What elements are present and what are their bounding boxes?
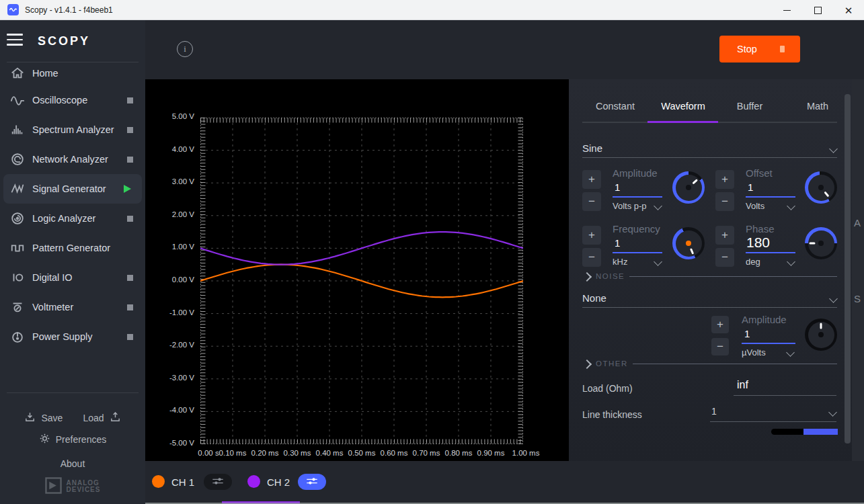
amplitude-decrement-button[interactable]: − — [582, 192, 601, 211]
other-expand-icon[interactable] — [582, 360, 592, 369]
amplitude-value[interactable]: 1 — [615, 181, 620, 193]
x-axis-tick-label: 0.70 ms — [413, 449, 440, 457]
wave-type-dropdown[interactable]: Sine — [582, 142, 602, 154]
y-axis-tick-label: 4.00 V — [145, 145, 194, 153]
y-axis-tick-label: 0.00 V — [145, 276, 194, 284]
offset-knob[interactable] — [805, 171, 837, 204]
sidebar-item-logic-analyzer[interactable]: Logic Analyzer — [0, 204, 145, 233]
noise-amplitude-value[interactable]: 1 — [744, 328, 750, 339]
sidebar: SCOPY HomeOscilloscopeSpectrum AnalyzerN… — [0, 20, 145, 504]
phase-value[interactable]: 180 — [746, 235, 770, 251]
frequency-increment-button[interactable]: + — [582, 226, 601, 245]
frequency-knob[interactable] — [672, 227, 705, 259]
vertical-scrollbar[interactable] — [845, 94, 851, 444]
ch2-settings-button[interactable] — [298, 474, 326, 490]
logic-analyzer-icon — [9, 210, 26, 226]
offset-increment-button[interactable]: + — [715, 170, 734, 189]
amplitude-unit-dropdown[interactable]: Volts p-p — [613, 201, 647, 211]
close-button[interactable]: ✕ — [833, 0, 864, 20]
chevron-down-icon[interactable] — [786, 348, 795, 357]
section-line — [633, 364, 837, 364]
noise-type-dropdown[interactable]: None — [582, 292, 606, 304]
amplitude-increment-button[interactable]: + — [582, 170, 601, 189]
phase-increment-button[interactable]: + — [715, 226, 734, 245]
x-axis-tick-label: 0.60 ms — [381, 449, 408, 457]
noise-amplitude-value-underline — [742, 343, 795, 344]
offset-decrement-button[interactable]: − — [715, 192, 734, 211]
run-led-icon — [780, 46, 785, 52]
load-underline — [734, 395, 836, 396]
scopy-window: Scopy - v1.4.1 - f4beeb1 ✕ SCOPY HomeOsc… — [0, 0, 864, 504]
chevron-down-icon[interactable] — [787, 202, 795, 210]
save-button[interactable]: Save — [24, 411, 63, 425]
pattern-generator-icon — [9, 240, 26, 256]
frequency-unit-dropdown[interactable]: kHz — [613, 257, 627, 267]
load-icon — [110, 411, 121, 425]
noise-amplitude-knob[interactable] — [805, 319, 837, 351]
sidebar-item-signal-generator[interactable]: Signal Generator — [3, 174, 142, 204]
y-axis-tick-label: -1.00 V — [145, 308, 194, 317]
chevron-down-icon[interactable] — [654, 257, 662, 266]
load-button[interactable]: Load — [83, 411, 120, 425]
sidebar-item-home[interactable]: Home — [0, 61, 145, 85]
noise-amplitude-unit-dropdown[interactable]: µVolts — [742, 347, 766, 358]
phase-knob[interactable] — [805, 227, 837, 259]
sidebar-item-pattern-generator[interactable]: Pattern Generator — [0, 233, 145, 263]
line-thickness-label: Line thickness — [582, 409, 642, 420]
tab-math[interactable]: Math — [807, 101, 828, 112]
preferences-button[interactable]: Preferences — [0, 433, 145, 446]
horizontal-scrollbar-track[interactable] — [771, 429, 805, 435]
load-ohm-value[interactable]: inf — [737, 379, 748, 391]
sidebar-item-voltmeter[interactable]: Voltmeter — [0, 292, 145, 322]
x-axis-tick-label: 0.90 ms — [477, 449, 505, 457]
amplitude-label: Amplitude — [613, 167, 658, 179]
phase-decrement-button[interactable]: − — [715, 248, 734, 267]
analog-devices-icon — [45, 477, 62, 496]
stopped-indicator-icon — [127, 275, 133, 281]
ch1-color-dot[interactable] — [152, 475, 165, 488]
noise-expand-icon[interactable] — [582, 272, 592, 282]
active-tab-underline — [647, 121, 718, 123]
about-link[interactable]: About — [0, 458, 145, 469]
x-axis-tick-label: 0.30 ms — [284, 449, 311, 457]
divider — [7, 392, 139, 393]
frequency-decrement-button[interactable]: − — [582, 248, 601, 267]
tab-constant[interactable]: Constant — [596, 101, 635, 112]
line-thickness-dropdown[interactable]: 1 — [711, 406, 717, 417]
noise-amplitude-increment-button[interactable]: + — [711, 316, 729, 333]
sidebar-item-digital-io[interactable]: Digital IO — [0, 263, 145, 292]
sidebar-item-spectrum-analyzer[interactable]: Spectrum Analyzer — [0, 115, 145, 144]
ch1-label[interactable]: CH 1 — [171, 476, 194, 488]
maximize-button[interactable] — [802, 0, 833, 20]
sidebar-item-power-supply[interactable]: Power Supply — [0, 322, 145, 351]
signal-settings-panel: Constant Waveform Buffer Math Sine + − A… — [569, 79, 864, 461]
info-icon[interactable]: i — [177, 41, 193, 57]
stop-button[interactable]: Stop — [719, 36, 800, 62]
minimize-button[interactable] — [771, 0, 802, 20]
ch2-label[interactable]: CH 2 — [267, 476, 290, 488]
phase-unit-dropdown[interactable]: deg — [746, 257, 760, 267]
tab-waveform[interactable]: Waveform — [661, 101, 705, 112]
frequency-value[interactable]: 1 — [615, 237, 620, 249]
noise-amplitude-decrement-button[interactable]: − — [711, 338, 729, 355]
app-icon — [7, 4, 19, 15]
chevron-down-icon[interactable] — [787, 257, 795, 266]
chevron-down-icon[interactable] — [828, 408, 837, 417]
ch2-color-dot[interactable] — [247, 475, 260, 488]
tab-buffer[interactable]: Buffer — [737, 101, 762, 112]
waveform-plot: 5.00 V4.00 V3.00 V2.00 V1.00 V0.00 V-1.0… — [145, 79, 569, 461]
chevron-down-icon[interactable] — [829, 144, 838, 153]
menu-hamburger-icon[interactable] — [7, 34, 23, 46]
chevron-down-icon[interactable] — [829, 294, 838, 303]
ch1-settings-button[interactable] — [204, 474, 232, 490]
line-thickness-underline — [710, 421, 836, 422]
horizontal-scrollbar-thumb[interactable] — [803, 429, 838, 435]
amplitude-knob[interactable] — [672, 171, 705, 204]
sidebar-item-oscilloscope[interactable]: Oscilloscope — [0, 85, 145, 115]
chevron-down-icon[interactable] — [654, 202, 662, 210]
x-axis-tick-label: 0.20 ms — [251, 449, 279, 457]
offset-value[interactable]: 1 — [748, 181, 753, 193]
sidebar-item-network-analyzer[interactable]: Network Analyzer — [0, 144, 145, 174]
offset-unit-dropdown[interactable]: Volts — [746, 201, 764, 211]
window-title: Scopy - v1.4.1 - f4beeb1 — [25, 5, 113, 15]
